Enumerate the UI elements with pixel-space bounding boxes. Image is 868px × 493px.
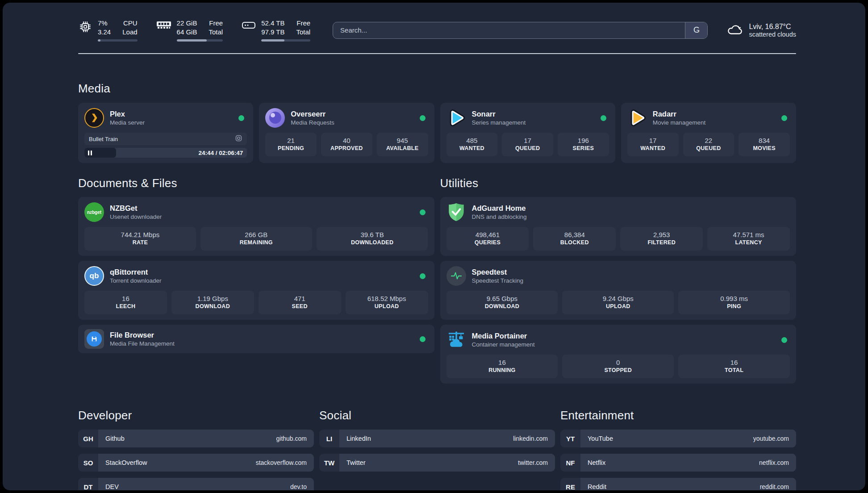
app-name: Media Portainer: [472, 331, 776, 341]
radarr-icon: [627, 108, 647, 128]
stat-rate: 744.21 Mbps RATE: [84, 227, 196, 251]
app-card-radarr[interactable]: Radarr Movie management 17 WANTED 22 QUE…: [621, 103, 796, 163]
status-badge: [420, 115, 426, 121]
link-row-github[interactable]: GH Github github.com: [78, 430, 314, 447]
stat-downloaded: 39.6 TB DOWNLOADED: [317, 227, 428, 251]
link-name: DEV: [105, 483, 119, 490]
link-row-dev[interactable]: DT DEV dev.to: [78, 478, 314, 490]
stat-wanted: 485 WANTED: [447, 133, 498, 156]
floppy-icon: [87, 331, 102, 347]
top-bar: 7% 3.24 CPU Load: [78, 19, 796, 42]
link-url: linkedin.com: [513, 435, 548, 442]
stat-series: 196 SERIES: [558, 133, 609, 156]
pause-icon[interactable]: [88, 150, 92, 155]
stat-download: 1.19 Gbps DOWNLOAD: [171, 291, 254, 314]
link-row-netflix[interactable]: NF Netflix netflix.com: [560, 454, 796, 472]
section-title-media: Media: [78, 82, 796, 96]
plex-icon: [84, 108, 104, 128]
app-description: Torrent downloader: [110, 277, 414, 285]
link-name: Netflix: [588, 459, 605, 466]
section-social: Social LI LinkedIn linkedin.com TW Twitt…: [319, 409, 555, 490]
overseerr-icon: [265, 108, 285, 128]
playback-progress-bar[interactable]: 24:44 / 02:06:47: [84, 148, 247, 158]
link-row-youtube[interactable]: YT YouTube youtube.com: [560, 430, 796, 447]
dashboard: 7% 3.24 CPU Load: [3, 3, 865, 490]
app-description: DNS and adblocking: [472, 213, 790, 221]
app-name: Speedtest: [472, 267, 790, 277]
playback-elapsed-fill: [84, 148, 116, 158]
stat-stopped: 0 STOPPED: [562, 355, 674, 378]
status-badge: [420, 336, 426, 342]
storage-widget: 52.4 TB 97.9 TB Free Total: [242, 19, 310, 42]
stat-total: 16 TOTAL: [678, 355, 790, 378]
app-card-qbittorrent[interactable]: qb qBittorrent Torrent downloader 16 LEE…: [78, 261, 434, 320]
status-badge: [601, 115, 606, 121]
link-name: LinkedIn: [346, 435, 371, 442]
stat-running: 16 RUNNING: [447, 355, 558, 378]
section-title-utilities: Utilities: [440, 176, 797, 190]
stat-available: 945 AVAILABLE: [377, 133, 428, 156]
link-row-twitter[interactable]: TW Twitter twitter.com: [319, 454, 555, 472]
section-developer: Developer GH Github github.com SO StackO…: [78, 409, 314, 490]
section-media: Media Plex Media server: [78, 82, 796, 163]
link-row-linkedin[interactable]: LI LinkedIn linkedin.com: [319, 430, 555, 447]
cpu-widget: 7% 3.24 CPU Load: [78, 19, 138, 42]
link-abbr: DT: [78, 478, 98, 490]
stat-queued: 17 QUEUED: [502, 133, 553, 156]
app-name: Radarr: [653, 109, 776, 119]
link-name: Github: [105, 435, 125, 442]
playback-time: 24:44 / 02:06:47: [198, 148, 243, 158]
search-bar: G: [333, 22, 708, 39]
stat-pending: 21 PENDING: [265, 133, 317, 156]
app-card-adguard[interactable]: AdGuard Home DNS and adblocking 498,461 …: [440, 197, 797, 256]
storage-free-value: 52.4 TB: [261, 19, 284, 28]
section-documents: Documents & Files nzbget NZBGet Usenet d…: [78, 176, 434, 384]
stat-ping: 0.993 ms PING: [678, 291, 790, 314]
app-card-overseerr[interactable]: Overseerr Media Requests 21 PENDING 40 A…: [259, 103, 434, 163]
link-name: Twitter: [346, 459, 366, 466]
app-card-sonarr[interactable]: Sonarr Series management 485 WANTED 17 Q…: [440, 103, 615, 163]
stat-queued: 22 QUEUED: [683, 133, 734, 156]
app-description: Series management: [472, 119, 595, 127]
app-card-portainer[interactable]: Media Portainer Container management 16 …: [440, 325, 797, 384]
storage-progress-fill: [261, 39, 284, 42]
search-input[interactable]: [333, 22, 685, 38]
memory-free-value: 22 GiB: [177, 19, 197, 28]
stat-upload: 618.52 Mbps UPLOAD: [346, 291, 428, 314]
memory-progress-fill: [177, 39, 207, 42]
app-name: Plex: [110, 109, 233, 119]
app-card-filebrowser[interactable]: File Browser Media File Management: [78, 325, 434, 353]
link-name: StackOverflow: [105, 459, 147, 466]
link-abbr: TW: [319, 454, 339, 472]
stat-seed: 471 SEED: [259, 291, 341, 314]
app-card-plex[interactable]: Plex Media server Bullet Train: [78, 103, 253, 163]
media-type-icon: [235, 134, 242, 143]
stat-approved: 40 APPROVED: [321, 133, 372, 156]
plex-now-playing: Bullet Train 24:44 / 02:06:47: [84, 133, 247, 158]
app-card-speedtest[interactable]: Speedtest Speedtest Tracking 9.65 Gbps D…: [440, 261, 797, 320]
link-row-reddit[interactable]: RE Reddit reddit.com: [560, 478, 796, 490]
memory-widget: 22 GiB 64 GiB Free Total: [156, 19, 223, 42]
link-abbr: LI: [319, 430, 339, 447]
link-abbr: GH: [78, 430, 98, 447]
cpu-load-label: Load: [122, 28, 137, 37]
nzbget-icon: nzbget: [84, 202, 104, 222]
weather-widget: Lviv, 16.87°C scattered clouds: [726, 23, 796, 38]
app-name: Overseerr: [291, 109, 413, 119]
stat-wanted: 17 WANTED: [627, 133, 679, 156]
search-engine-button[interactable]: G: [685, 22, 707, 38]
link-name: Reddit: [588, 483, 606, 490]
link-url: github.com: [276, 435, 307, 442]
link-name: YouTube: [588, 435, 613, 442]
link-row-stackoverflow[interactable]: SO StackOverflow stackoverflow.com: [78, 454, 314, 472]
cpu-progress-track: [98, 39, 138, 42]
app-description: Container management: [472, 341, 776, 349]
storage-free-label: Free: [296, 19, 310, 28]
header-divider: [78, 53, 796, 54]
status-badge: [420, 209, 426, 215]
app-card-nzbget[interactable]: nzbget NZBGet Usenet downloader 744.21 M…: [78, 197, 434, 256]
sonarr-icon: [447, 108, 466, 128]
section-title-social: Social: [319, 409, 555, 422]
stat-remaining: 266 GB REMAINING: [200, 227, 312, 251]
weather-condition: scattered clouds: [749, 31, 796, 38]
